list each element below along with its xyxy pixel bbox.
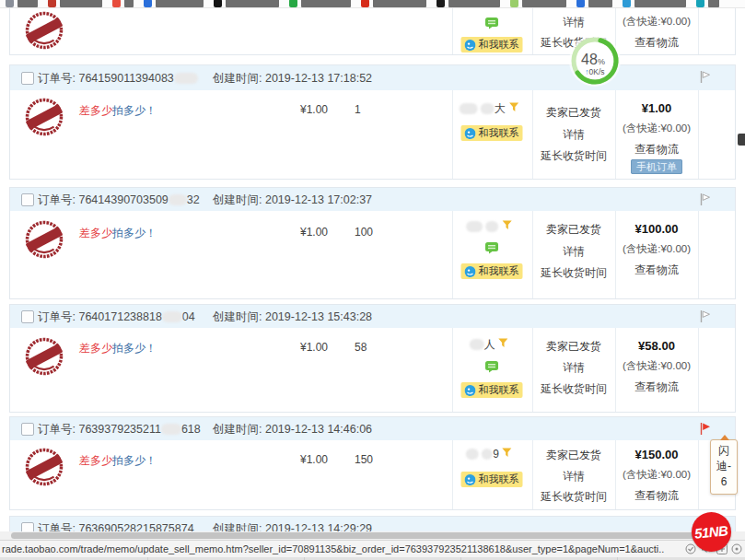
order-no-label: 订单号:: [38, 310, 76, 323]
title-rest: 拍多少！: [112, 104, 157, 117]
bookmark-item[interactable]: [6, 0, 38, 8]
chat-icon[interactable]: [484, 360, 499, 376]
bookmark-item[interactable]: [112, 0, 134, 8]
order-no-tail: 618: [181, 423, 201, 436]
horizontal-scrollbar-track[interactable]: [0, 531, 745, 540]
buyer-name[interactable]: [466, 220, 512, 233]
security-check-icon[interactable]: [685, 543, 696, 557]
contact-seller-button[interactable]: 和我联系: [461, 263, 523, 280]
column-divider: [452, 90, 453, 179]
quantity: 1: [355, 103, 361, 116]
bookmarks-bar[interactable]: [0, 0, 745, 8]
column-divider: [615, 90, 616, 179]
contact-seller-button[interactable]: 和我联系: [461, 125, 523, 142]
order-no-tail: 32: [187, 193, 200, 206]
wangwang-icon: [465, 474, 476, 485]
redacted-text: [486, 221, 499, 232]
product-image[interactable]: [24, 96, 64, 141]
order-no-label: 订单号:: [38, 72, 76, 85]
bookmark-favicon: [510, 0, 518, 7]
bookmark-label: [156, 0, 204, 7]
view-logistics-link[interactable]: 查看物流: [634, 142, 679, 158]
order-checkbox[interactable]: [21, 72, 34, 85]
order-details-link[interactable]: 详情: [563, 469, 585, 484]
extend-receipt-link[interactable]: 延长收货时间: [541, 265, 607, 281]
order-details-link[interactable]: 详情: [563, 15, 585, 30]
product-image[interactable]: [24, 335, 64, 380]
created-value: 2019-12-13 17:02:37: [265, 193, 372, 206]
bookmark-item[interactable]: [48, 0, 102, 8]
shipping-fee: (含快递:¥0.00): [623, 359, 691, 373]
buyer-name-fragment: 大: [495, 102, 506, 115]
order-status: 卖家已发货: [546, 448, 601, 463]
redacted-text: [482, 449, 493, 460]
order-status: 卖家已发货: [546, 339, 601, 355]
product-image[interactable]: [24, 9, 64, 54]
product-title[interactable]: 差多少拍多少！: [79, 453, 157, 469]
buyer-name[interactable]: 大: [460, 101, 519, 117]
tooltip-arrow-icon: [720, 435, 729, 440]
flag-icon-red[interactable]: [699, 422, 711, 438]
view-logistics-link[interactable]: 查看物流: [634, 379, 679, 395]
bookmark-item[interactable]: [144, 0, 204, 8]
edge-panel-handle[interactable]: [738, 134, 745, 146]
extend-receipt-link[interactable]: 延长收货时间: [541, 489, 607, 505]
filter-icon[interactable]: [502, 448, 512, 458]
order-details-link[interactable]: 详情: [563, 360, 585, 376]
extend-receipt-link[interactable]: 延长收货时间: [541, 148, 607, 164]
order-total: ¥150.00: [635, 448, 679, 461]
statusbar-url: rade.taobao.com/trade/memo/update_sell_m…: [2, 543, 664, 554]
order-details-link[interactable]: 详情: [563, 244, 585, 260]
extension-icon[interactable]: [731, 543, 742, 557]
bookmark-item[interactable]: [289, 0, 351, 8]
order-content: 差多少拍多少！ ¥1.00 1 大 和我联系 卖家已发货 详情 延长收货时间 ¥…: [10, 90, 735, 179]
flag-icon[interactable]: [699, 70, 711, 87]
download-progress-overlay[interactable]: 48% ↑0K/s: [565, 30, 625, 94]
created-value: 2019-12-13 14:46:06: [265, 423, 372, 436]
order-card: 订单号: 7639379235211618 创建时间: 2019-12-13 1…: [9, 416, 736, 510]
product-title[interactable]: 差多少拍多少！: [79, 103, 157, 119]
view-logistics-link[interactable]: 查看物流: [634, 35, 679, 51]
bookmark-item[interactable]: [214, 0, 279, 8]
contact-label: 和我联系: [479, 472, 519, 486]
flag-icon[interactable]: [699, 192, 711, 209]
contact-seller-button[interactable]: 和我联系: [461, 472, 523, 488]
bookmark-favicon: [437, 0, 445, 7]
percent-sign: %: [598, 57, 605, 66]
chat-icon[interactable]: [484, 17, 499, 32]
chat-icon[interactable]: [484, 241, 499, 257]
contact-seller-button[interactable]: 和我联系: [461, 37, 523, 53]
order-checkbox[interactable]: [21, 193, 34, 206]
redacted-text: [470, 339, 484, 350]
bookmark-item[interactable]: [696, 0, 719, 8]
product-title[interactable]: 差多少拍多少！: [79, 226, 157, 241]
title-rest: 拍多少！: [112, 227, 157, 239]
buyer-name-fragment: 人: [484, 338, 495, 351]
bookmark-item[interactable]: [576, 0, 612, 8]
product-image[interactable]: [24, 218, 64, 263]
bookmark-favicon: [144, 0, 152, 7]
product-title[interactable]: 差多少拍多少！: [79, 341, 157, 356]
filter-icon[interactable]: [508, 102, 518, 112]
bookmark-item[interactable]: [361, 0, 426, 8]
bookmark-label: [226, 0, 279, 7]
horizontal-scrollbar-thumb[interactable]: [11, 532, 722, 539]
column-divider: [452, 328, 453, 412]
order-checkbox[interactable]: [21, 310, 34, 323]
flag-icon[interactable]: [699, 309, 711, 326]
buyer-name[interactable]: 9: [466, 448, 512, 461]
product-image[interactable]: [24, 446, 64, 491]
bookmark-item[interactable]: [623, 0, 686, 8]
bookmark-item[interactable]: [510, 0, 566, 8]
order-checkbox[interactable]: [21, 423, 34, 436]
view-logistics-link[interactable]: 查看物流: [634, 262, 679, 278]
filter-icon[interactable]: [502, 220, 512, 230]
filter-icon[interactable]: [498, 338, 508, 348]
contact-seller-button[interactable]: 和我联系: [461, 382, 523, 399]
extend-receipt-link[interactable]: 延长收货时间: [541, 381, 607, 397]
order-details-link[interactable]: 详情: [563, 127, 585, 143]
51nb-logo[interactable]: 51NB: [692, 512, 731, 552]
buyer-name[interactable]: 人: [470, 337, 508, 353]
view-logistics-link[interactable]: 查看物流: [634, 488, 679, 504]
bookmark-item[interactable]: [437, 0, 500, 8]
